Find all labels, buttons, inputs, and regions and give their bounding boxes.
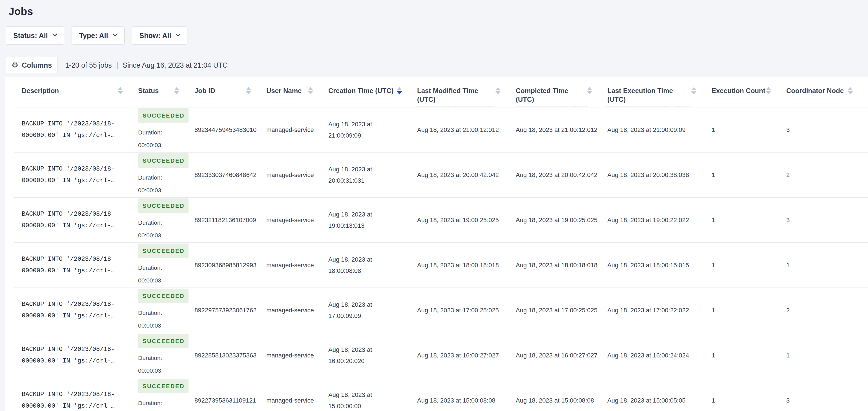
user-name-cell: managed-service <box>266 124 328 136</box>
user-name-value: managed-service <box>266 169 314 181</box>
completed-time-cell: Aug 18, 2023 at 17:00:25:025 <box>516 305 607 316</box>
status-cell: SUCCEEDED Duration: 00:00:03 <box>138 108 194 151</box>
last-modified-value: Aug 18, 2023 at 19:00:25:025 <box>417 216 499 224</box>
type-filter-dropdown[interactable]: Type: All <box>71 27 125 45</box>
sort-icon[interactable] <box>118 86 123 94</box>
column-header-label: Job ID <box>194 86 215 98</box>
job-description-link[interactable]: BACKUP INTO '/2023/08/18- 000000.00' IN … <box>22 118 127 141</box>
job-id-value: 892285813023375363 <box>194 352 256 359</box>
job-id-value: 892297573923061762 <box>194 307 256 314</box>
last-execution-value: Aug 18, 2023 at 20:00:38:038 <box>607 171 689 178</box>
job-description-link[interactable]: BACKUP INTO '/2023/08/18- 000000.00' IN … <box>22 389 127 411</box>
table-row: BACKUP INTO '/2023/08/18- 000000.00' IN … <box>14 198 868 243</box>
sort-icon[interactable] <box>848 86 853 94</box>
user-name-value: managed-service <box>266 395 314 406</box>
duration-text: Duration: 00:00:03 <box>138 397 183 411</box>
column-header-last-execution-time-utc[interactable]: Last Execution Time (UTC) <box>607 86 712 107</box>
last-modified-value: Aug 18, 2023 at 15:00:08:08 <box>417 397 495 404</box>
sort-icon[interactable] <box>174 86 179 94</box>
sort-up-arrow-icon <box>174 87 179 90</box>
completed-time-cell: Aug 18, 2023 at 21:00:12:012 <box>516 124 607 136</box>
execution-count-cell: 1 <box>712 260 786 271</box>
column-header-execution-count[interactable]: Execution Count <box>712 86 786 107</box>
creation-time-value: Aug 18, 2023 at 18:00:08:08 <box>328 254 402 276</box>
execution-count-value: 1 <box>712 216 715 224</box>
show-filter-dropdown[interactable]: Show: All <box>132 27 188 45</box>
user-name-value: managed-service <box>266 305 314 316</box>
sort-icon[interactable] <box>308 86 313 94</box>
duration-value: 00:00:03 <box>138 274 183 287</box>
sort-down-arrow-icon <box>174 91 179 94</box>
sort-icon[interactable] <box>495 86 500 94</box>
last-modified-cell: Aug 18, 2023 at 19:00:25:025 <box>417 214 516 226</box>
job-description-link[interactable]: BACKUP INTO '/2023/08/18- 000000.00' IN … <box>22 164 127 186</box>
status-filter-dropdown[interactable]: Status: All <box>6 27 64 45</box>
duration-label: Duration: <box>138 171 183 184</box>
creation-time-value: Aug 18, 2023 at 20:00:31:031 <box>328 164 402 186</box>
last-execution-cell: Aug 18, 2023 at 17:00:22:022 <box>607 305 712 316</box>
last-execution-cell: Aug 18, 2023 at 19:00:22:022 <box>607 214 712 226</box>
coordinator-node-value: 1 <box>786 352 789 359</box>
column-header-creation-time-utc[interactable]: Creation Time (UTC) <box>328 86 417 107</box>
column-header-user-name[interactable]: User Name <box>266 86 328 107</box>
coordinator-node-cell: 3 <box>786 124 868 136</box>
execution-count-cell: 1 <box>712 350 786 361</box>
job-id-cell: 892285813023375363 <box>194 350 266 361</box>
sort-down-arrow-icon <box>118 91 123 94</box>
status-badge: SUCCEEDED <box>138 334 189 348</box>
column-header-status[interactable]: Status <box>138 86 194 107</box>
job-description-link[interactable]: BACKUP INTO '/2023/08/18- 000000.00' IN … <box>22 344 127 367</box>
job-description-link[interactable]: BACKUP INTO '/2023/08/18- 000000.00' IN … <box>22 209 127 231</box>
last-modified-cell: Aug 18, 2023 at 15:00:08:08 <box>417 395 516 406</box>
sort-icon[interactable] <box>246 86 251 94</box>
creation-time-cell: Aug 18, 2023 at 16:00:20:020 <box>328 344 417 366</box>
job-id-value: 892344759453483010 <box>194 126 256 133</box>
creation-time-value: Aug 18, 2023 at 16:00:20:020 <box>328 344 402 366</box>
column-header-label: Description <box>22 86 59 98</box>
creation-time-cell: Aug 18, 2023 at 19:00:13:013 <box>328 209 417 231</box>
user-name-value: managed-service <box>266 124 314 136</box>
column-header-job-id[interactable]: Job ID <box>194 86 266 107</box>
sort-icon[interactable] <box>397 86 402 94</box>
sort-down-arrow-icon <box>587 91 592 94</box>
job-description-link[interactable]: BACKUP INTO '/2023/08/18- 000000.00' IN … <box>22 299 127 322</box>
chevron-down-icon <box>113 31 118 36</box>
sort-icon[interactable] <box>587 86 592 94</box>
duration-text: Duration: 00:00:03 <box>138 306 183 332</box>
creation-time-value: Aug 18, 2023 at 17:00:09:09 <box>328 299 402 321</box>
coordinator-node-value: 1 <box>786 262 789 269</box>
coordinator-node-cell: 3 <box>786 395 868 406</box>
duration-value: 00:00:03 <box>138 409 183 411</box>
type-filter-label: Type: All <box>79 32 108 40</box>
user-name-cell: managed-service <box>266 260 328 271</box>
completed-time-cell: Aug 18, 2023 at 20:00:42:042 <box>516 169 607 181</box>
job-id-cell: 892309368985812993 <box>194 260 266 271</box>
last-modified-value: Aug 18, 2023 at 21:00:12:012 <box>417 126 499 133</box>
duration-value: 00:00:03 <box>138 364 183 377</box>
table-body: BACKUP INTO '/2023/08/18- 000000.00' IN … <box>14 108 868 411</box>
job-id-value: 892273953631109121 <box>194 397 256 404</box>
chevron-down-icon <box>176 31 181 36</box>
execution-count-value: 1 <box>712 171 715 178</box>
column-header-last-modified-time-utc[interactable]: Last Modified Time (UTC) <box>417 86 516 107</box>
sort-icon[interactable] <box>691 86 696 94</box>
creation-time-cell: Aug 18, 2023 at 15:00:00:00 <box>328 389 417 411</box>
last-modified-value: Aug 18, 2023 at 16:00:27:027 <box>417 352 499 359</box>
last-execution-cell: Aug 18, 2023 at 20:00:38:038 <box>607 169 712 181</box>
status-cell: SUCCEEDED Duration: 00:00:03 <box>138 199 194 242</box>
sort-icon[interactable] <box>766 86 771 94</box>
column-header-description[interactable]: Description <box>22 86 138 107</box>
column-header-coordinator-node[interactable]: Coordinator Node <box>786 86 868 107</box>
completed-time-cell: Aug 18, 2023 at 18:00:18:018 <box>516 260 607 271</box>
column-header-completed-time-utc[interactable]: Completed Time (UTC) <box>516 86 607 107</box>
column-header-label: Execution Count <box>712 86 766 98</box>
columns-button[interactable]: ⚙ Columns <box>6 57 58 73</box>
job-id-cell: 892344759453483010 <box>194 124 266 136</box>
job-description-link[interactable]: BACKUP INTO '/2023/08/18- 000000.00' IN … <box>22 254 127 276</box>
status-cell: SUCCEEDED Duration: 00:00:03 <box>138 334 194 377</box>
duration-text: Duration: 00:00:03 <box>138 352 183 377</box>
last-execution-value: Aug 18, 2023 at 21:00:09:09 <box>607 126 686 133</box>
sort-up-arrow-icon <box>246 87 251 90</box>
sort-down-arrow-icon <box>691 91 696 94</box>
chevron-down-icon <box>52 31 57 36</box>
